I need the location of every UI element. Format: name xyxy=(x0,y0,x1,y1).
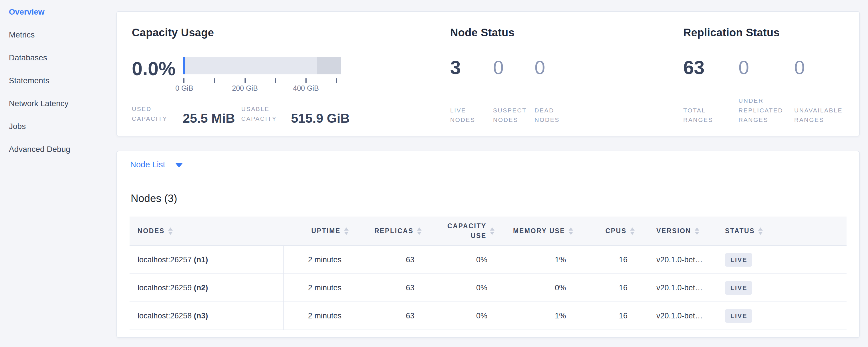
usable-capacity-stat: USABLE CAPACITY 515.9 GiB xyxy=(241,104,350,125)
capacity-use-cell: 0% xyxy=(422,274,495,302)
capacity-gauge-row: 0.0% 0 GiB 200 GiB 400 GiB xyxy=(132,57,450,92)
node-address: localhost:26259 xyxy=(137,283,192,292)
node-address: localhost:26258 xyxy=(137,312,192,320)
gauge-tick xyxy=(305,78,307,83)
memory-use-cell: 1% xyxy=(495,246,574,274)
replication-stats: 63 TOTAL RANGES 0 UNDER-REPLICATED RANGE… xyxy=(683,58,859,125)
total-ranges-stat: 63 TOTAL RANGES xyxy=(683,58,739,125)
usable-capacity-label: USABLE CAPACITY xyxy=(241,104,286,125)
version-cell: v20.1.0-bet… xyxy=(635,302,709,330)
version-cell: v20.1.0-bet… xyxy=(635,246,709,274)
capacity-percent-value: 0.0% xyxy=(132,59,183,78)
nodes-heading: Nodes (3) xyxy=(131,192,846,204)
dead-nodes-stat: 0 DEAD NODES xyxy=(534,58,570,125)
column-header-memory-use[interactable]: MEMORY USE xyxy=(495,217,574,246)
capacity-usage-panel: Capacity Usage 0.0% 0 GiB 200 GiB 400 Gi… xyxy=(132,27,450,136)
used-capacity-stat: USED CAPACITY 25.5 MiB xyxy=(132,104,235,125)
table-row: localhost:26257 (n1) 2 minutes 63 0% 1% … xyxy=(129,246,846,274)
column-header-status[interactable]: STATUS xyxy=(709,217,846,246)
node-id: (n3) xyxy=(194,312,208,320)
capacity-stats: USED CAPACITY 25.5 MiB USABLE CAPACITY 5… xyxy=(132,104,450,125)
dead-nodes-value: 0 xyxy=(534,58,570,77)
cpus-cell: 16 xyxy=(574,246,635,274)
column-header-capacity-use[interactable]: CAPACITY USE xyxy=(422,217,495,246)
under-replicated-ranges-label: UNDER-REPLICATED RANGES xyxy=(739,96,790,125)
capacity-use-cell: 0% xyxy=(422,246,495,274)
used-capacity-label: USED CAPACITY xyxy=(132,104,178,125)
column-header-uptime[interactable]: UPTIME xyxy=(284,217,349,246)
replicas-cell: 63 xyxy=(349,274,422,302)
sort-icon xyxy=(630,227,635,236)
node-address-cell[interactable]: localhost:26257 (n1) xyxy=(129,246,284,274)
replicas-cell: 63 xyxy=(349,246,422,274)
column-header-nodes[interactable]: NODES xyxy=(129,217,284,246)
column-label: VERSION xyxy=(656,227,691,235)
node-address: localhost:26257 xyxy=(137,255,192,264)
memory-use-cell: 0% xyxy=(495,274,574,302)
column-header-replicas[interactable]: REPLICAS xyxy=(349,217,422,246)
replication-status-title: Replication Status xyxy=(683,27,859,39)
capacity-usage-title: Capacity Usage xyxy=(132,27,450,39)
gauge-used-segment xyxy=(183,57,185,74)
sort-icon xyxy=(568,227,574,236)
nodes-body: Nodes (3) NODES UPTIME RE xyxy=(117,192,859,330)
unavailable-ranges-value: 0 xyxy=(794,58,847,77)
node-list-dropdown-label: Node List xyxy=(130,160,165,169)
node-status-panel: Node Status 3 LIVE NODES 0 SUSPECT NODES… xyxy=(450,27,683,136)
sidebar-item-databases[interactable]: Databases xyxy=(0,46,116,69)
gauge-tick xyxy=(214,78,215,83)
sidebar-item-advanced-debug[interactable]: Advanced Debug xyxy=(0,138,116,161)
live-nodes-value: 3 xyxy=(450,58,493,77)
gauge-tick-label: 0 GiB xyxy=(175,84,193,92)
gauge-tick-label: 200 GiB xyxy=(232,84,258,92)
gauge-tick xyxy=(183,78,184,83)
sidebar-item-network-latency[interactable]: Network Latency xyxy=(0,92,116,115)
capacity-gauge: 0 GiB 200 GiB 400 GiB xyxy=(183,57,341,92)
replication-status-panel: Replication Status 63 TOTAL RANGES 0 UND… xyxy=(683,27,859,136)
total-ranges-value: 63 xyxy=(683,58,739,77)
sort-icon xyxy=(695,227,700,236)
suspect-nodes-label: SUSPECT NODES xyxy=(493,105,530,125)
capacity-use-cell: 0% xyxy=(422,302,495,330)
sort-icon xyxy=(490,227,495,236)
uptime-cell: 2 minutes xyxy=(284,274,349,302)
uptime-cell: 2 minutes xyxy=(284,246,349,274)
suspect-nodes-stat: 0 SUSPECT NODES xyxy=(493,58,534,125)
gauge-tick xyxy=(245,78,246,83)
gauge-tick xyxy=(275,78,276,83)
node-address-cell[interactable]: localhost:26258 (n3) xyxy=(129,302,284,330)
total-ranges-label: TOTAL RANGES xyxy=(683,105,718,125)
used-capacity-value: 25.5 MiB xyxy=(183,112,235,125)
cpus-cell: 16 xyxy=(574,302,635,330)
node-status-title: Node Status xyxy=(450,27,683,39)
live-nodes-label: LIVE NODES xyxy=(450,105,486,125)
column-label: MEMORY USE xyxy=(513,227,565,235)
nodes-table: NODES UPTIME REPLICAS CAPACITY USE MEMOR xyxy=(129,217,846,330)
replicas-cell: 63 xyxy=(349,302,422,330)
node-id: (n1) xyxy=(194,255,208,264)
column-label: UPTIME xyxy=(311,227,341,235)
sidebar-item-jobs[interactable]: Jobs xyxy=(0,115,116,138)
status-badge: LIVE xyxy=(725,253,752,266)
nodes-card: Node List Nodes (3) NODES UPTIME xyxy=(116,151,860,338)
sidebar-item-metrics[interactable]: Metrics xyxy=(0,24,116,46)
cluster-summary-card: Capacity Usage 0.0% 0 GiB 200 GiB 400 Gi… xyxy=(116,11,860,136)
suspect-nodes-value: 0 xyxy=(493,58,534,77)
column-header-version[interactable]: VERSION xyxy=(635,217,709,246)
node-status-stats: 3 LIVE NODES 0 SUSPECT NODES 0 DEAD NODE… xyxy=(450,58,683,125)
under-replicated-ranges-value: 0 xyxy=(739,58,794,77)
gauge-tick-label: 400 GiB xyxy=(293,84,319,92)
column-header-cpus[interactable]: CPUS xyxy=(574,217,635,246)
sidebar-item-overview[interactable]: Overview xyxy=(0,1,116,24)
sidebar-item-statements[interactable]: Statements xyxy=(0,69,116,92)
node-address-cell[interactable]: localhost:26259 (n2) xyxy=(129,274,284,302)
sort-icon xyxy=(417,227,422,236)
sidebar: Overview Metrics Databases Statements Ne… xyxy=(0,0,116,161)
node-list-dropdown[interactable]: Node List xyxy=(117,151,859,178)
column-label: NODES xyxy=(137,227,165,235)
cpus-cell: 16 xyxy=(574,274,635,302)
unavailable-ranges-stat: 0 UNAVAILABLE RANGES xyxy=(794,58,847,125)
under-replicated-ranges-stat: 0 UNDER-REPLICATED RANGES xyxy=(739,58,794,125)
status-cell: LIVE xyxy=(709,274,846,302)
sort-icon xyxy=(168,227,173,236)
